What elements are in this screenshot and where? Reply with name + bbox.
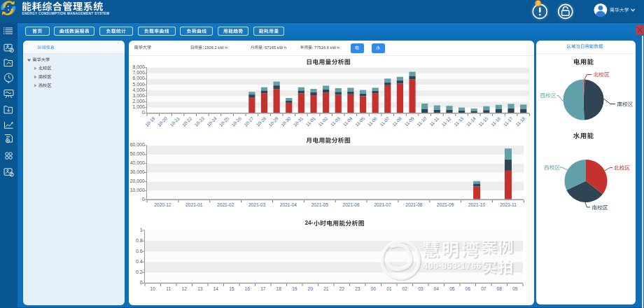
svg-text:1506.2 kW·h: 1506.2 kW·h bbox=[204, 46, 227, 50]
svg-text:10-28: 10-28 bbox=[255, 115, 267, 127]
svg-text:10-29: 10-29 bbox=[267, 115, 279, 127]
svg-text:6,000: 6,000 bbox=[132, 76, 144, 80]
svg-text:11-13: 11-13 bbox=[453, 115, 465, 127]
svg-text:08: 08 bbox=[497, 286, 503, 291]
svg-text:2,000: 2,000 bbox=[132, 99, 144, 104]
svg-text:11-04: 11-04 bbox=[342, 115, 354, 127]
svg-text:24-: 24- bbox=[305, 220, 314, 226]
svg-text:400-853-1766: 400-853-1766 bbox=[423, 261, 482, 271]
svg-text:2021-05: 2021-05 bbox=[312, 202, 329, 207]
svg-text:8,000: 8,000 bbox=[132, 64, 144, 69]
svg-text:06: 06 bbox=[465, 286, 471, 291]
svg-text:11-12: 11-12 bbox=[440, 115, 452, 127]
svg-text:11-11: 11-11 bbox=[428, 115, 440, 127]
svg-text:11-02: 11-02 bbox=[317, 115, 329, 127]
svg-text:2021-04: 2021-04 bbox=[280, 202, 298, 207]
svg-text:19: 19 bbox=[292, 286, 298, 291]
svg-text:2021-11: 2021-11 bbox=[500, 202, 517, 207]
svg-text:10-24: 10-24 bbox=[206, 115, 218, 127]
svg-text:14: 14 bbox=[214, 286, 219, 291]
svg-text:20,000: 20,000 bbox=[130, 178, 145, 183]
svg-text:2021-10: 2021-10 bbox=[468, 202, 486, 207]
svg-text:5,000: 5,000 bbox=[132, 82, 144, 87]
svg-text:10-23: 10-23 bbox=[193, 115, 205, 127]
svg-text:11-10: 11-10 bbox=[416, 115, 428, 127]
svg-text:10: 10 bbox=[150, 286, 156, 291]
svg-text:11: 11 bbox=[166, 286, 171, 291]
svg-text:20: 20 bbox=[308, 286, 314, 291]
svg-text:10-22: 10-22 bbox=[181, 115, 193, 127]
svg-text:03: 03 bbox=[418, 286, 424, 291]
svg-text:2021-06: 2021-06 bbox=[342, 202, 360, 207]
svg-text:11-14: 11-14 bbox=[465, 115, 477, 127]
svg-text:2021-07: 2021-07 bbox=[374, 202, 391, 207]
svg-text:0: 0 bbox=[142, 197, 145, 202]
svg-text:11-17: 11-17 bbox=[502, 115, 514, 127]
svg-text:11-09: 11-09 bbox=[403, 115, 415, 127]
svg-text:10-19: 10-19 bbox=[144, 115, 156, 127]
svg-text:0.6: 0.6 bbox=[136, 248, 143, 253]
svg-text:16: 16 bbox=[245, 286, 251, 291]
svg-text:07: 07 bbox=[481, 286, 486, 291]
svg-text:11-15: 11-15 bbox=[477, 115, 489, 127]
svg-text:23: 23 bbox=[355, 286, 360, 291]
svg-text:0.8: 0.8 bbox=[136, 238, 143, 243]
svg-text:02: 02 bbox=[402, 286, 408, 291]
svg-text:10-27: 10-27 bbox=[243, 115, 255, 127]
svg-text:21: 21 bbox=[323, 286, 329, 291]
svg-text:10-20: 10-20 bbox=[156, 115, 168, 127]
svg-text:2020-12: 2020-12 bbox=[154, 202, 172, 207]
svg-text:2021-09: 2021-09 bbox=[437, 202, 454, 207]
svg-text:1: 1 bbox=[140, 227, 143, 232]
svg-text:11-06: 11-06 bbox=[367, 115, 379, 127]
svg-text:2021-08: 2021-08 bbox=[405, 202, 423, 207]
svg-text:0: 0 bbox=[140, 280, 143, 285]
svg-text:11-07: 11-07 bbox=[379, 115, 391, 127]
svg-text:0.2: 0.2 bbox=[136, 270, 143, 274]
svg-text:2021-02: 2021-02 bbox=[217, 202, 234, 207]
svg-text:11-08: 11-08 bbox=[391, 115, 403, 127]
svg-text:09: 09 bbox=[512, 286, 518, 291]
svg-text:11-03: 11-03 bbox=[330, 115, 342, 127]
svg-text:10-30: 10-30 bbox=[280, 115, 292, 127]
svg-text:10-25: 10-25 bbox=[218, 115, 230, 127]
svg-text:18: 18 bbox=[276, 286, 282, 291]
svg-text:7,000: 7,000 bbox=[132, 70, 144, 75]
svg-text:50,000: 50,000 bbox=[130, 151, 145, 156]
svg-text:04: 04 bbox=[434, 286, 440, 291]
svg-text:05: 05 bbox=[449, 286, 455, 291]
svg-text:30,000: 30,000 bbox=[130, 169, 145, 174]
svg-text:13: 13 bbox=[197, 286, 203, 291]
svg-text:00: 00 bbox=[371, 286, 377, 291]
svg-text:10,000: 10,000 bbox=[130, 188, 145, 192]
svg-text:10-26: 10-26 bbox=[230, 115, 242, 127]
svg-text:12: 12 bbox=[182, 286, 188, 291]
svg-text:11-16: 11-16 bbox=[490, 115, 502, 127]
svg-text:11-05: 11-05 bbox=[354, 115, 366, 127]
svg-text:17: 17 bbox=[260, 286, 266, 291]
svg-text:57165 kW·h: 57165 kW·h bbox=[265, 46, 286, 50]
svg-text:40,000: 40,000 bbox=[130, 160, 145, 165]
svg-text:0.4: 0.4 bbox=[136, 259, 143, 264]
svg-text:11-18: 11-18 bbox=[514, 115, 526, 127]
svg-text:10-21: 10-21 bbox=[169, 115, 181, 127]
svg-text:22: 22 bbox=[340, 286, 345, 291]
svg-text:ENERGY CONSUMPTION MANAGEMENT: ENERGY CONSUMPTION MANAGEMENT SYSTEM bbox=[22, 12, 110, 15]
svg-text:2021-01: 2021-01 bbox=[186, 202, 203, 207]
svg-text:15: 15 bbox=[229, 286, 234, 291]
svg-text:4,000: 4,000 bbox=[132, 88, 144, 92]
svg-text:2021-03: 2021-03 bbox=[248, 202, 266, 207]
svg-text:0: 0 bbox=[142, 110, 145, 115]
svg-text:10-31: 10-31 bbox=[292, 115, 304, 127]
svg-text:1,000: 1,000 bbox=[132, 104, 144, 109]
svg-text:60,000: 60,000 bbox=[130, 142, 145, 147]
svg-text:77516.6 kW·h: 77516.6 kW·h bbox=[314, 46, 340, 50]
svg-text:3,000: 3,000 bbox=[132, 93, 144, 98]
svg-text:01: 01 bbox=[386, 286, 392, 291]
svg-text:11-01: 11-01 bbox=[304, 115, 316, 127]
